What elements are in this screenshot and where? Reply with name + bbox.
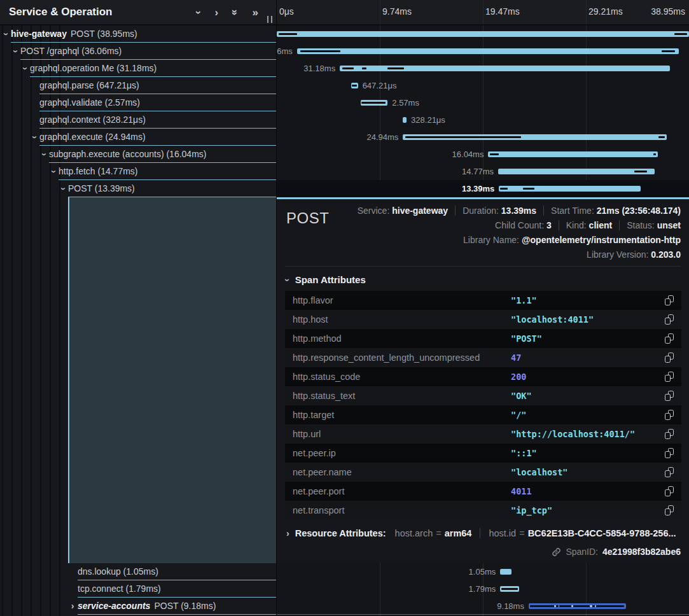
span-duration-label: 9.18ms	[497, 598, 524, 615]
span-bar-row[interactable]: 36.06ms	[277, 43, 689, 60]
span-bar-row[interactable]: 13.39ms	[277, 180, 689, 197]
copy-icon[interactable]	[665, 429, 674, 439]
span-bar[interactable]	[403, 117, 407, 123]
copy-icon[interactable]	[665, 486, 674, 496]
span-detail-row-indent	[68, 197, 276, 563]
span-bar-row[interactable]: 16.04ms	[277, 146, 689, 163]
expand-all-icon[interactable]: »	[253, 7, 258, 18]
resource-attributes-toggle[interactable]: › Resource Attributes: host.arch=arm64ho…	[285, 528, 681, 538]
copy-icon[interactable]	[665, 391, 674, 401]
span-bar-mark	[662, 50, 675, 52]
span-bar[interactable]	[498, 169, 655, 174]
overview-field: Status: unset	[619, 220, 681, 230]
span-bar[interactable]	[297, 48, 679, 54]
span-row[interactable]: ›POST (13.39ms)	[0, 180, 276, 197]
timeline-rows-top: 38.95ms36.06ms31.18ms647.21μs2.57ms328.2…	[277, 25, 689, 197]
service-name: hive-gateway	[11, 29, 67, 39]
span-bar-row[interactable]: 328.21μs	[277, 111, 689, 129]
span-row[interactable]: tcp.connect (1.79ms)	[0, 580, 276, 598]
span-bar-mark	[554, 605, 557, 607]
attribute-row: http.response_content_length_uncompresse…	[285, 348, 681, 367]
link-icon[interactable]	[552, 547, 561, 557]
span-name-label: graphql.context (328.21μs)	[39, 111, 146, 129]
span-row[interactable]: ›http.fetch (14.77ms)	[0, 163, 276, 180]
span-row[interactable]: graphql.parse (647.21μs)	[0, 77, 276, 94]
span-row[interactable]: ›graphql.execute (24.94ms)	[0, 129, 276, 146]
span-bar-mark	[653, 153, 656, 155]
copy-icon[interactable]	[665, 372, 674, 382]
copy-icon[interactable]	[665, 353, 674, 363]
span-id-value: 4e21998f3b82abe6	[602, 547, 681, 557]
span-row[interactable]: ›graphql.operation Me (31.18ms)	[0, 60, 276, 77]
attribute-key: http.response_content_length_uncompresse…	[285, 353, 511, 363]
overview-line: Library Name: @opentelemetry/instrumenta…	[285, 235, 681, 245]
span-bar-row[interactable]: 14.77ms	[277, 163, 689, 180]
copy-icon[interactable]	[665, 505, 674, 515]
collapse-all-icon[interactable]: »	[230, 9, 240, 15]
copy-icon[interactable]	[665, 410, 674, 420]
span-bar-row[interactable]: 647.21μs	[277, 77, 689, 94]
span-bar[interactable]	[277, 31, 689, 37]
collapse-one-icon[interactable]: ›	[193, 10, 204, 14]
column-resize-handle[interactable]	[267, 16, 272, 23]
span-title: POST	[286, 209, 329, 227]
span-bar[interactable]	[500, 586, 519, 592]
span-bar-row[interactable]: 1.05ms	[277, 563, 689, 580]
span-bar[interactable]	[488, 151, 658, 157]
span-name-column: Service & Operation ››»» ›hive-gatewayPO…	[0, 0, 276, 616]
span-bar-row[interactable]: 2.57ms	[277, 94, 689, 111]
copy-icon[interactable]	[665, 467, 674, 477]
span-row[interactable]: graphql.validate (2.57ms)	[0, 94, 276, 111]
span-bar-row[interactable]: 38.95ms	[277, 25, 689, 43]
span-bar-row[interactable]: 1.79ms	[277, 580, 689, 598]
copy-icon[interactable]	[665, 448, 674, 458]
span-bar-row[interactable]: 9.18ms	[277, 598, 689, 615]
service-operation-title: Service & Operation	[9, 6, 113, 18]
span-bar-mark	[590, 605, 592, 607]
span-bar[interactable]	[500, 569, 511, 575]
span-bar[interactable]	[361, 100, 388, 106]
attribute-row: http.flavor"1.1"	[285, 291, 681, 310]
expand-one-icon[interactable]: ›	[214, 7, 218, 18]
trace-viewer: Service & Operation ››»» ›hive-gatewayPO…	[0, 0, 689, 616]
service-name: service-accounts	[78, 601, 150, 611]
span-bar[interactable]	[340, 66, 669, 71]
span-attributes-toggle[interactable]: › Span Attributes	[285, 267, 681, 291]
attribute-row: http.host"localhost:4011"	[285, 310, 681, 329]
attribute-row: net.peer.ip"::1"	[285, 444, 681, 463]
span-bar-row[interactable]: 31.18ms	[277, 60, 689, 77]
chevron-right-icon: ›	[286, 528, 289, 538]
attribute-row: http.target"/"	[285, 405, 681, 424]
span-row[interactable]: ›hive-gatewayPOST (38.95ms)	[0, 25, 276, 43]
span-row[interactable]: ›POST /graphql (36.06ms)	[0, 43, 276, 60]
span-row[interactable]: ›subgraph.execute (accounts) (16.04ms)	[0, 146, 276, 163]
copy-icon[interactable]	[665, 295, 674, 305]
span-row[interactable]: graphql.context (328.21μs)	[0, 111, 276, 129]
span-bar-row[interactable]: 24.94ms	[277, 129, 689, 146]
span-bar-mark	[361, 102, 386, 104]
copy-icon[interactable]	[665, 333, 674, 344]
span-bar-mark	[530, 605, 624, 607]
span-bar[interactable]	[403, 134, 667, 140]
span-bar-mark	[634, 171, 648, 172]
overview-field: Child Count: 3	[495, 220, 552, 230]
span-bar-mark	[523, 188, 534, 190]
chevron-right-icon[interactable]: ›	[69, 598, 76, 615]
span-bar[interactable]	[529, 603, 626, 609]
attribute-value: "http://localhost:4011/"	[511, 429, 635, 439]
span-row[interactable]: ›service-accountsPOST (9.18ms)	[0, 598, 276, 615]
span-row[interactable]: dns.lookup (1.05ms)	[0, 563, 276, 580]
copy-icon[interactable]	[665, 314, 674, 325]
overview-field: Start Time: 21ms (23:56:48.174)	[543, 206, 681, 216]
overview-line: Child Count: 3Kind: clientStatus: unset	[285, 220, 681, 230]
resource-attributes-preview: host.arch=arm64host.id=BC62E13B-C4CC-585…	[395, 528, 676, 538]
attribute-row: net.transport"ip_tcp"	[285, 501, 681, 520]
attribute-key: http.target	[285, 410, 511, 420]
service-operation-header: Service & Operation ››»»	[0, 0, 276, 25]
span-bar[interactable]	[499, 186, 641, 192]
span-name-label: tcp.connect (1.79ms)	[78, 580, 161, 598]
attribute-key: net.peer.name	[285, 467, 511, 477]
attribute-key: net.transport	[285, 505, 511, 515]
span-detail-header: POST Service: hive-gatewayDuration: 13.3…	[285, 206, 681, 260]
span-bar[interactable]	[351, 83, 358, 88]
